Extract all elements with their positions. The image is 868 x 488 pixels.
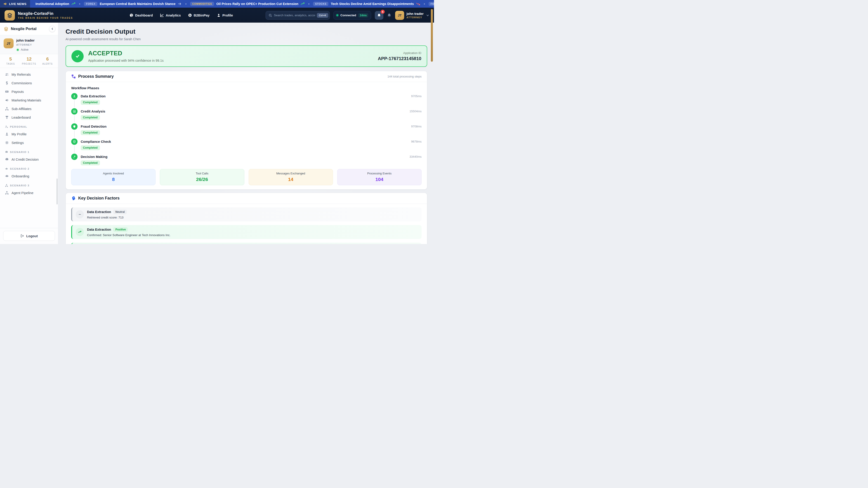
phase-duration: 9708ms — [411, 123, 422, 135]
ticker-badge: FOREX — [429, 2, 434, 6]
decision-main: ACCEPTED Application processed with 94% … — [88, 50, 164, 62]
decision-banner: ACCEPTED Application processed with 94% … — [66, 45, 427, 67]
user-icon — [217, 13, 221, 17]
search-shortcut-kbd: Ctrl+K — [317, 13, 328, 18]
stat-label: ALERTS — [38, 63, 57, 65]
sidebar-item-commissions[interactable]: Commissions — [2, 78, 56, 87]
ticker-item[interactable]: FOREX European Central Bank Maintains Do… — [84, 2, 182, 6]
profile-status-label: Active — [21, 48, 29, 51]
ticker-separator — [185, 3, 186, 4]
phase-fraud-detection: Fraud Detection Completed 9708ms — [71, 123, 422, 135]
sidebar-item-label: Agent Pipeline — [11, 191, 33, 195]
stat-value: 5 — [1, 57, 20, 62]
nav-item-analytics[interactable]: Analytics — [160, 13, 181, 17]
sidebar-item-leaderboard[interactable]: Leaderboard — [2, 113, 56, 122]
sidebar-item-label: Marketing Materials — [11, 98, 41, 102]
bell-secondary-icon[interactable] — [387, 13, 392, 18]
factor-text: Confirmed: Senior Software Engineer at T… — [87, 233, 170, 237]
phase-duration: 33440ms — [410, 154, 422, 165]
stat-agents-involved: Agents Involved 8 — [71, 169, 156, 185]
phase-status-badge: Completed — [81, 145, 100, 150]
processing-steps-note: 144 total processing steps — [388, 75, 422, 78]
sidebar-item-my-profile[interactable]: My Profile — [2, 130, 56, 138]
section-label-text: SCENARIO 2 — [10, 167, 29, 170]
brand-name: Nexgile-CortexFin — [18, 11, 73, 16]
decision-status: ACCEPTED — [88, 50, 164, 57]
shield-icon — [71, 123, 78, 130]
phase-compliance-check: Compliance Check Completed 9678ms — [71, 138, 422, 150]
sidebar-item-settings[interactable]: Settings — [2, 138, 56, 147]
bar-chart-icon — [71, 108, 78, 115]
nav-item-dashboard[interactable]: Dashboard — [129, 13, 153, 17]
phase-body: Data Extraction Completed — [81, 93, 105, 105]
search-box[interactable]: Ctrl+K — [266, 11, 330, 20]
ticker-item[interactable]: COMMODITIES Oil Prices Rally on OPEC+ Pr… — [190, 2, 305, 6]
phase-name: Credit Analysis — [81, 108, 105, 113]
user-icon — [5, 132, 9, 136]
bitcoin-icon: ₿ — [188, 13, 192, 17]
ticker-badge: FOREX — [84, 2, 97, 6]
ticker-headline: Oil Prices Rally on OPEC+ Production Cut… — [216, 2, 298, 6]
phase-name: Decision Making — [81, 154, 107, 159]
sidebar-item-onboarding[interactable]: Onboarding — [2, 172, 56, 180]
svg-text:₿: ₿ — [189, 14, 191, 17]
process-summary-title: Process Summary — [78, 74, 114, 79]
brand-tagline: THE BRAIN BEHIND YOUR TRADES — [18, 17, 73, 19]
search-input[interactable] — [274, 13, 315, 17]
logout-button[interactable]: Logout — [3, 231, 55, 241]
stat-messages-exchanged: Messages Exchanged 14 — [249, 169, 333, 185]
sidebar-item-marketing-materials[interactable]: Marketing Materials — [2, 96, 56, 104]
nav-item-b2binpay[interactable]: ₿ B2BinPay — [188, 13, 210, 17]
layers-icon — [7, 12, 13, 18]
ticker-item[interactable]: FOREX Chinese Yuan Strengthens on Trade — [429, 2, 434, 6]
nav-item-profile[interactable]: Profile — [217, 13, 233, 17]
connection-label: Connected — [340, 13, 356, 17]
sidebar-item-my-referrals[interactable]: My Referrals — [2, 70, 56, 78]
ticker-headline: European Central Bank Maintains Dovish S… — [100, 2, 176, 6]
sidebar-scrollbar-thumb[interactable] — [57, 178, 58, 204]
sidebar-item-agent-pipeline[interactable]: Agent Pipeline — [2, 188, 56, 197]
sidebar-collapse-button[interactable] — [49, 26, 55, 32]
dollar-icon — [5, 81, 9, 85]
ticker-item[interactable]: STOCKS Tech Stocks Decline Amid Earnings… — [313, 2, 420, 6]
sidebar-item-label: Settings — [11, 141, 24, 144]
notifications-button[interactable]: 6 — [375, 11, 383, 20]
section-label-text: SCENARIO 3 — [10, 184, 29, 187]
news-ticker: LIVE NEWS Institutional Adoption FOREX E… — [0, 0, 434, 8]
page-scrollbar-thumb[interactable] — [431, 9, 433, 62]
nav-label: B2BinPay — [194, 13, 210, 17]
ticker-badge: STOCKS — [313, 2, 329, 6]
sidebar-item-payouts[interactable]: Payouts — [2, 87, 56, 96]
live-news-text: LIVE NEWS — [9, 2, 26, 6]
user-menu[interactable]: JT john trader ATTORNEY — [395, 11, 430, 20]
download-icon — [71, 93, 78, 99]
sidebar-item-clipped[interactable] — [2, 68, 56, 70]
arrow-right-icon — [178, 2, 182, 6]
trend-up-icon — [71, 2, 75, 6]
hierarchy-icon — [5, 107, 9, 111]
ticker-headline: Tech Stocks Decline Amid Earnings Disapp… — [331, 2, 414, 6]
brand-logo[interactable] — [4, 10, 15, 21]
ticker-item[interactable]: Institutional Adoption — [35, 2, 75, 6]
ticker-separator — [308, 3, 309, 4]
page-subtitle: AI-powered credit assessment results for… — [66, 37, 427, 41]
ticker-badge: COMMODITIES — [190, 2, 214, 6]
user-meta: john trader ATTORNEY — [406, 12, 424, 19]
sidebar-item-ai-credit-decision[interactable]: AI Credit Decision — [2, 155, 56, 164]
chart-line-icon — [160, 13, 164, 17]
phase-name: Data Extraction — [81, 93, 105, 98]
stat-value: 8 — [73, 177, 153, 182]
connection-latency: 14ms — [358, 13, 368, 18]
sidebar-item-sub-affiliates[interactable]: Sub-Affiliates — [2, 104, 56, 113]
nav-label: Dashboard — [135, 13, 153, 17]
phase-duration: 15504ms — [410, 108, 422, 120]
screen: LIVE NEWS Institutional Adoption FOREX E… — [0, 0, 434, 244]
pipeline-icon — [5, 184, 8, 187]
stat-label: Tool Calls — [162, 172, 242, 175]
app-header: Nexgile-CortexFin THE BRAIN BEHIND YOUR … — [0, 8, 434, 23]
factor-content: Data Extraction Neutral Retrieved credit… — [87, 210, 127, 219]
phase-status-badge: Completed — [81, 115, 100, 120]
connection-status: Connected 14ms — [333, 11, 371, 20]
phase-body: Compliance Check Completed — [81, 138, 111, 150]
sidebar-item-label: AI Credit Decision — [11, 158, 39, 161]
